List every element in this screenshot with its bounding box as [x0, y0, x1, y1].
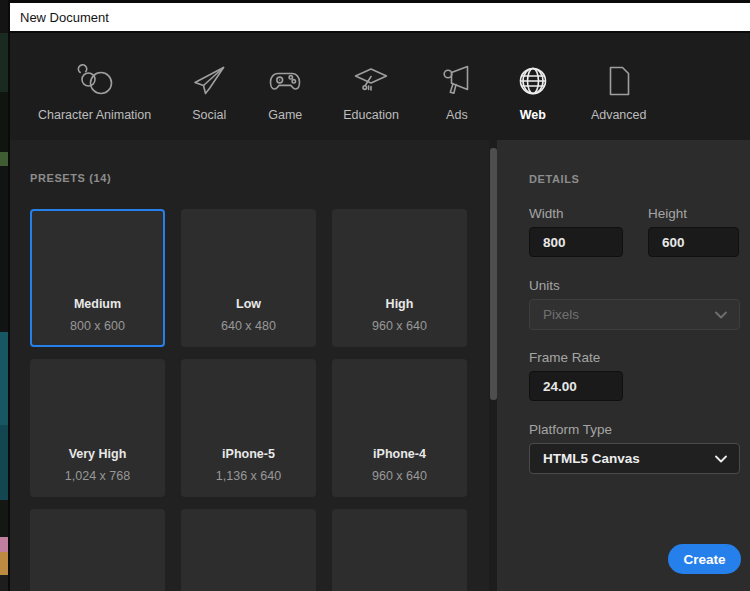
bg-edge-segment — [0, 537, 8, 552]
preset-card[interactable] — [30, 509, 165, 591]
tab-ads[interactable]: Ads — [439, 63, 475, 140]
bg-edge-segment — [0, 575, 8, 591]
frame-rate-input[interactable] — [529, 371, 623, 401]
units-value: Pixels — [543, 307, 579, 322]
tab-education[interactable]: Education — [343, 63, 399, 140]
bg-edge-segment — [0, 500, 8, 537]
preset-name: Low — [236, 297, 261, 311]
background-app-edge — [0, 0, 8, 591]
preset-card-iphone-5[interactable]: iPhone-5 1,136 x 640 — [181, 359, 316, 497]
platform-type-value: HTML5 Canvas — [543, 451, 640, 466]
advanced-icon — [601, 63, 637, 99]
height-label: Height — [648, 206, 739, 221]
category-tabs: Character Animation Social Game Educatio… — [10, 33, 750, 140]
screen: New Document Character Animation Social … — [0, 0, 750, 591]
bg-edge-segment — [0, 152, 8, 166]
education-icon — [353, 63, 389, 99]
presets-panel: PRESETS (14) Medium 800 x 600 — [10, 140, 489, 591]
preset-card-iphone-4[interactable]: iPhone-4 960 x 640 — [332, 359, 467, 497]
ads-icon — [439, 63, 475, 99]
units-select[interactable]: Pixels — [529, 299, 740, 330]
preset-card[interactable] — [181, 509, 316, 591]
frame-rate-label: Frame Rate — [529, 350, 740, 365]
preset-name: iPhone-4 — [373, 447, 426, 461]
bg-edge-segment — [0, 92, 8, 152]
preset-dimensions: 960 x 640 — [372, 469, 427, 483]
social-icon — [191, 63, 227, 99]
preset-name: High — [386, 297, 414, 311]
platform-type-select[interactable]: HTML5 Canvas — [529, 443, 740, 474]
height-input[interactable] — [648, 227, 739, 257]
preset-card-high[interactable]: High 960 x 640 — [332, 209, 467, 347]
preset-name: Medium — [74, 297, 121, 311]
create-button[interactable]: Create — [668, 544, 741, 574]
bg-edge-segment — [0, 425, 8, 500]
preset-dimensions: 640 x 480 — [221, 319, 276, 333]
width-label: Width — [529, 206, 648, 221]
chevron-down-icon — [715, 455, 727, 463]
tab-game[interactable]: Game — [267, 63, 303, 140]
preset-dimensions: 1,024 x 768 — [65, 469, 130, 483]
presets-scrollbar[interactable] — [489, 140, 497, 591]
preset-dimensions: 800 x 600 — [70, 319, 125, 333]
bg-edge-segment — [0, 552, 8, 575]
preset-name: iPhone-5 — [222, 447, 275, 461]
window-titlebar[interactable]: New Document — [10, 3, 750, 31]
preset-card[interactable] — [332, 509, 467, 591]
preset-dimensions: 1,136 x 640 — [216, 469, 281, 483]
game-icon — [267, 63, 303, 99]
window-title: New Document — [20, 10, 109, 25]
details-panel: DETAILS Width Height Units Pixels — [497, 140, 750, 591]
bg-edge-segment — [0, 332, 8, 425]
presets-header: PRESETS (14) — [30, 172, 489, 184]
preset-card-very-high[interactable]: Very High 1,024 x 768 — [30, 359, 165, 497]
character-animation-icon — [77, 63, 113, 99]
preset-card-low[interactable]: Low 640 x 480 — [181, 209, 316, 347]
bg-edge-segment — [0, 166, 8, 332]
platform-type-label: Platform Type — [529, 422, 740, 437]
preset-name: Very High — [69, 447, 127, 461]
chevron-down-icon — [715, 311, 727, 319]
width-input[interactable] — [529, 227, 623, 257]
preset-dimensions: 960 x 640 — [372, 319, 427, 333]
tab-character-animation[interactable]: Character Animation — [38, 63, 151, 140]
web-globe-icon — [515, 63, 551, 99]
preset-card-medium[interactable]: Medium 800 x 600 — [30, 209, 165, 347]
tab-advanced[interactable]: Advanced — [591, 63, 647, 140]
new-document-dialog: Character Animation Social Game Educatio… — [10, 33, 750, 591]
tab-web[interactable]: Web — [515, 63, 551, 140]
tab-social[interactable]: Social — [191, 63, 227, 140]
scrollbar-thumb[interactable] — [490, 148, 497, 400]
units-label: Units — [529, 278, 740, 293]
preset-grid: Medium 800 x 600 Low 640 x 480 — [30, 209, 489, 591]
bg-edge-segment — [0, 33, 8, 92]
details-header: DETAILS — [529, 173, 740, 185]
